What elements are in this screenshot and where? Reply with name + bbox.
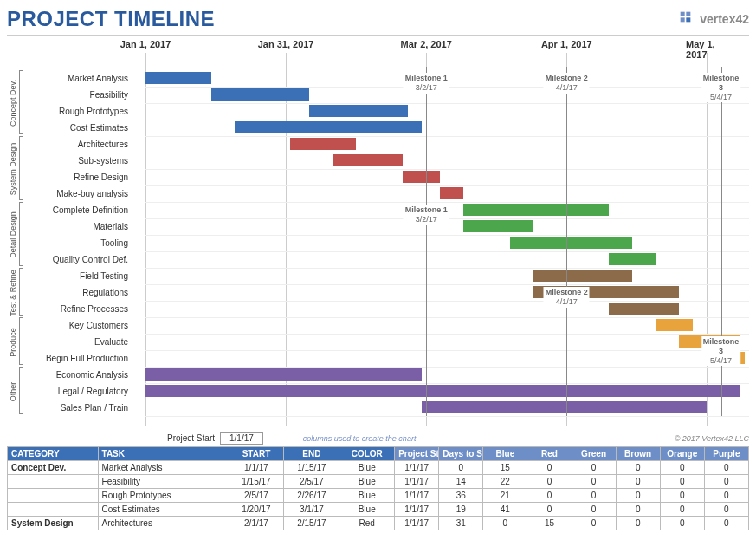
th-sub: Green: [572, 447, 616, 461]
milestone-label: Milestone 13/2/17: [404, 205, 449, 225]
cell: 1/15/17: [284, 461, 339, 475]
cell: 0: [704, 503, 748, 517]
cell: 1/1/17: [395, 475, 439, 489]
gantt-bar: [609, 303, 679, 315]
cell: Blue: [339, 489, 395, 503]
cell: 0: [527, 461, 572, 475]
task-label: Sales Plan / Train: [7, 400, 137, 416]
cell: 0: [616, 503, 660, 517]
table-row: Cost Estimates1/20/173/1/17Blue1/1/17194…: [8, 503, 749, 517]
cell: Blue: [339, 503, 395, 517]
th-sub: Red: [527, 447, 572, 461]
milestone-label: Milestone 13/2/17: [404, 73, 449, 94]
copyright: © 2017 Vertex42 LLC: [675, 434, 749, 443]
gantt-bar: [422, 401, 708, 413]
cell: 2/15/17: [284, 517, 339, 530]
header: PROJECT TIMELINE vertex42: [7, 7, 749, 31]
cell: 0: [616, 461, 660, 475]
phase-label: System Design: [7, 136, 19, 202]
gantt-chart: Jan 1, 2017Jan 31, 2017Mar 2, 2017Apr 1,…: [7, 35, 749, 425]
milestone-label: Milestone 24/1/17: [544, 287, 590, 308]
task-label: Key Customers: [7, 317, 137, 334]
cell: 3/1/17: [284, 503, 339, 517]
cell: Feasibility: [98, 475, 229, 489]
task-row: Make-buy analysis: [7, 185, 749, 202]
phase-bracket: [19, 268, 23, 316]
phase-label: Other: [7, 367, 19, 416]
task-label: Field Testing: [7, 268, 137, 284]
phase-bracket: [19, 202, 23, 266]
table-header-row: CATEGORYTASKSTARTENDCOLORProject StartDa…: [8, 447, 749, 461]
gantt-bar: [656, 319, 693, 331]
data-table: CATEGORYTASKSTARTENDCOLORProject StartDa…: [7, 446, 749, 530]
gantt-bar: [510, 237, 631, 249]
task-label: Refine Design: [7, 169, 137, 185]
logo: vertex42: [679, 10, 749, 28]
task-label: Rough Prototypes: [7, 103, 137, 120]
cell: 1/1/17: [395, 461, 439, 475]
gantt-bar: [309, 105, 407, 117]
cell: 2/26/17: [284, 489, 339, 503]
table-body: Concept Dev.Market Analysis1/1/171/15/17…: [8, 461, 749, 530]
cell: 0: [704, 517, 748, 530]
cell: 1/1/17: [229, 461, 284, 475]
table-row: System DesignArchitectures2/1/172/15/17R…: [8, 517, 749, 530]
cell: 0: [439, 461, 483, 475]
task-row: Tooling: [7, 235, 749, 251]
cell: 0: [660, 461, 704, 475]
gantt-body: Market AnalysisFeasibilityRough Prototyp…: [145, 53, 749, 426]
logo-icon: [679, 10, 696, 28]
gantt-bar: [235, 121, 422, 133]
th-sub: Blue: [483, 447, 527, 461]
cell: 0: [527, 475, 572, 489]
cell: 1/1/17: [395, 503, 439, 517]
cell: [8, 503, 99, 517]
project-start-row: Project Start 1/1/17 columns used to cre…: [7, 432, 749, 445]
columns-hint: columns used to create the chart: [303, 434, 417, 443]
cell: 41: [483, 503, 527, 517]
task-label: Regulations: [7, 284, 137, 301]
task-row: Complete Definition: [7, 202, 749, 218]
task-row: Market Analysis: [7, 70, 749, 87]
phase-bracket: [19, 367, 23, 414]
cell: 1/1/17: [395, 489, 439, 503]
cell: 14: [439, 475, 483, 489]
task-label: Evaluate: [7, 334, 137, 350]
phase-label: Detail Design: [7, 202, 19, 268]
svg-rect-3: [687, 17, 691, 22]
cell: 0: [616, 489, 660, 503]
phase-label: Test & Refine: [7, 268, 19, 317]
th-sub: Orange: [660, 447, 704, 461]
cell: 0: [704, 461, 748, 475]
cell: [8, 489, 99, 503]
cell: 22: [483, 475, 527, 489]
cell: 1/20/17: [229, 503, 284, 517]
task-label: Complete Definition: [7, 202, 137, 218]
task-label: Materials: [7, 218, 137, 235]
cell: Blue: [339, 461, 395, 475]
task-row: Begin Full Production: [7, 350, 749, 367]
phase-label: Produce: [7, 317, 19, 367]
cell: 0: [527, 489, 572, 503]
cell: Concept Dev.: [8, 461, 99, 475]
th-sub: Days to Start: [439, 447, 483, 461]
task-label: Cost Estimates: [7, 120, 137, 136]
cell: Rough Prototypes: [98, 489, 229, 503]
cell: 0: [616, 517, 660, 530]
task-label: Market Analysis: [7, 70, 137, 87]
task-label: Feasibility: [7, 87, 137, 103]
svg-rect-1: [687, 12, 691, 16]
milestone-label: Milestone 35/4/17: [701, 73, 741, 102]
project-start-label: Project Start: [154, 433, 215, 443]
cell: 0: [660, 489, 704, 503]
task-row: Materials: [7, 218, 749, 235]
task-row: Evaluate: [7, 334, 749, 350]
cell: 21: [483, 489, 527, 503]
task-row: Field Testing: [7, 268, 749, 284]
axis-tick: Apr 1, 2017: [541, 39, 592, 49]
task-label: Architectures: [7, 136, 137, 153]
task-label: Legal / Regulatory: [7, 383, 137, 400]
cell: 2/5/17: [284, 475, 339, 489]
th-sub: Brown: [616, 447, 660, 461]
cell: 0: [660, 475, 704, 489]
